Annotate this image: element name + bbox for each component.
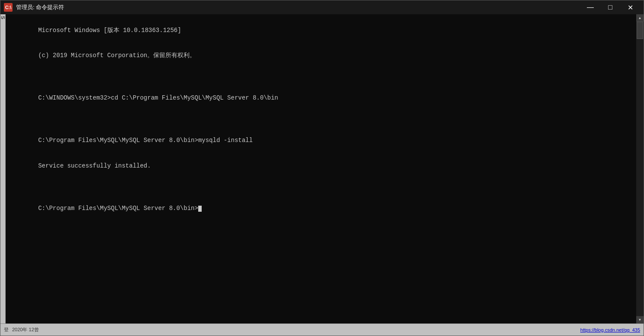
window-title: 管理员: 命令提示符: [16, 3, 580, 11]
minimize-button[interactable]: —: [580, 0, 600, 14]
console-area[interactable]: Microsoft Windows [版本 10.0.18363.1256] (…: [6, 14, 644, 323]
bottom-link[interactable]: https://blog.csdn.net/qq_435: [580, 327, 640, 333]
bottom-item-1: 登: [4, 326, 9, 333]
maximize-button[interactable]: □: [600, 0, 620, 14]
scrollbar-track[interactable]: [636, 22, 644, 316]
console-wrapper: S Microsoft Windows [版本 10.0.18363.1256]…: [0, 14, 644, 323]
bottom-item-2: 2020年 12曾: [12, 326, 39, 333]
title-bar: C:\ 管理员: 命令提示符 — □ ✕: [0, 0, 644, 14]
bottom-bar: 登 2020年 12曾 https://blog.csdn.net/qq_435: [0, 323, 644, 336]
close-button[interactable]: ✕: [620, 0, 640, 14]
cursor: [198, 206, 202, 212]
window-controls: — □ ✕: [580, 0, 640, 14]
line-version: Microsoft Windows [版本 10.0.18363.1256]: [38, 27, 181, 34]
scrollbar-vertical[interactable]: ▲ ▼: [636, 14, 644, 323]
cmd-window: C:\ 管理员: 命令提示符 — □ ✕ S Microsoft Windows…: [0, 0, 644, 336]
sidebar-text: S: [0, 16, 6, 19]
line-cd-command: C:\WINDOWS\system32>cd C:\Program Files\…: [38, 94, 278, 101]
bottom-left: 登 2020年 12曾: [4, 326, 39, 333]
scrollbar-thumb[interactable]: [637, 22, 643, 39]
line-install-command: C:\Program Files\MySQL\MySQL Server 8.0\…: [38, 137, 253, 144]
window-icon: C:\: [4, 3, 13, 12]
line-copyright: (c) 2019 Microsoft Corporation。保留所有权利。: [38, 52, 196, 59]
scroll-up-button[interactable]: ▲: [636, 14, 644, 22]
scroll-down-button[interactable]: ▼: [636, 316, 644, 323]
icon-label: C:\: [5, 5, 12, 10]
console-output: Microsoft Windows [版本 10.0.18363.1256] (…: [6, 14, 636, 323]
line-current-prompt: C:\Program Files\MySQL\MySQL Server 8.0\…: [38, 205, 198, 212]
left-sidebar: S: [0, 14, 6, 323]
line-install-output: Service successfully installed.: [38, 162, 151, 169]
